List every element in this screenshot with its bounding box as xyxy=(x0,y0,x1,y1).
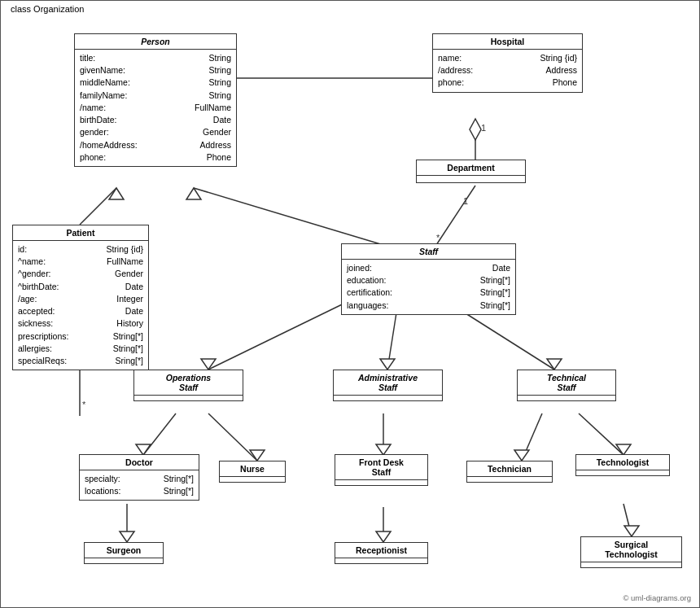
svg-marker-17 xyxy=(380,359,395,370)
technologist-header: Technologist xyxy=(576,455,669,470)
svg-marker-23 xyxy=(250,450,265,461)
staff-body: joined:Date education:String[*] certific… xyxy=(342,260,515,314)
svg-marker-15 xyxy=(201,359,216,370)
technologist-body xyxy=(576,470,669,475)
department-body xyxy=(417,176,525,182)
doctor-class: Doctor specialty:String[*] locations:Str… xyxy=(79,454,199,501)
doctor-header: Doctor xyxy=(80,455,199,470)
admin-staff-header: Administrative Staff xyxy=(334,370,442,396)
svg-marker-35 xyxy=(624,526,639,536)
nurse-body xyxy=(220,477,285,482)
hospital-header: Hospital xyxy=(433,34,582,50)
svg-marker-4 xyxy=(470,119,481,140)
svg-marker-31 xyxy=(120,531,134,542)
technician-class: Technician xyxy=(466,461,553,483)
svg-line-22 xyxy=(208,413,257,461)
surgeon-body xyxy=(85,558,163,563)
svg-line-20 xyxy=(143,413,176,455)
svg-marker-19 xyxy=(547,359,562,370)
surgical-technologist-header: Surgical Technologist xyxy=(581,537,681,562)
admin-staff-class: Administrative Staff xyxy=(333,370,443,401)
person-header: Person xyxy=(75,34,236,50)
receptionist-body xyxy=(335,558,427,563)
doctor-body: specialty:String[*] locations:String[*] xyxy=(80,470,199,500)
staff-header: Staff xyxy=(342,244,515,260)
svg-text:1: 1 xyxy=(481,123,486,133)
technical-staff-header: Technical Staff xyxy=(518,370,615,396)
technician-header: Technician xyxy=(467,461,552,477)
svg-marker-11 xyxy=(109,188,124,199)
surgeon-class: Surgeon xyxy=(84,542,164,564)
technician-body xyxy=(467,477,552,482)
person-class: Person title:String givenName:String mid… xyxy=(74,33,237,167)
patient-body: id:String {id} ^name:FullName ^gender:Ge… xyxy=(13,241,148,370)
admin-staff-body xyxy=(334,396,442,400)
technical-staff-body xyxy=(518,396,615,400)
patient-class: Patient id:String {id} ^name:FullName ^g… xyxy=(12,225,149,370)
svg-line-10 xyxy=(80,188,116,225)
copyright: © uml-diagrams.org xyxy=(623,593,691,602)
hospital-body: name:String {id} /address:Address phone:… xyxy=(433,50,582,92)
diagram-title: class Organization xyxy=(7,4,88,14)
patient-header: Patient xyxy=(13,225,148,241)
technologist-class: Technologist xyxy=(575,454,670,476)
receptionist-class: Receptionist xyxy=(335,542,428,564)
surgical-technologist-class: Surgical Technologist xyxy=(580,536,682,568)
surgeon-header: Surgeon xyxy=(85,543,163,558)
staff-class: Staff joined:Date education:String[*] ce… xyxy=(341,243,516,315)
svg-marker-27 xyxy=(514,450,529,461)
front-desk-body xyxy=(335,480,427,485)
surgical-technologist-body xyxy=(581,562,681,567)
nurse-class: Nurse xyxy=(219,461,286,483)
operations-staff-class: Operations Staff xyxy=(133,370,243,401)
svg-marker-13 xyxy=(186,188,201,199)
operations-staff-body xyxy=(134,396,243,400)
svg-line-26 xyxy=(522,413,542,461)
svg-line-28 xyxy=(579,413,623,455)
svg-marker-33 xyxy=(376,531,391,542)
svg-text:1: 1 xyxy=(463,196,468,206)
diagram-container: class Organization * * 1 * 1 * xyxy=(0,0,700,608)
hospital-class: Hospital name:String {id} /address:Addre… xyxy=(432,33,583,93)
receptionist-header: Receptionist xyxy=(335,543,427,558)
svg-text:*: * xyxy=(436,233,440,243)
front-desk-class: Front Desk Staff xyxy=(335,454,428,486)
person-body: title:String givenName:String middleName… xyxy=(75,50,236,166)
technical-staff-class: Technical Staff xyxy=(517,370,616,401)
front-desk-header: Front Desk Staff xyxy=(335,455,427,480)
svg-line-7 xyxy=(436,186,475,245)
operations-staff-header: Operations Staff xyxy=(134,370,243,396)
nurse-header: Nurse xyxy=(220,461,285,477)
svg-text:*: * xyxy=(82,400,86,409)
department-header: Department xyxy=(417,160,525,176)
svg-line-34 xyxy=(623,504,632,536)
department-class: Department xyxy=(416,160,526,183)
svg-line-12 xyxy=(194,188,383,245)
